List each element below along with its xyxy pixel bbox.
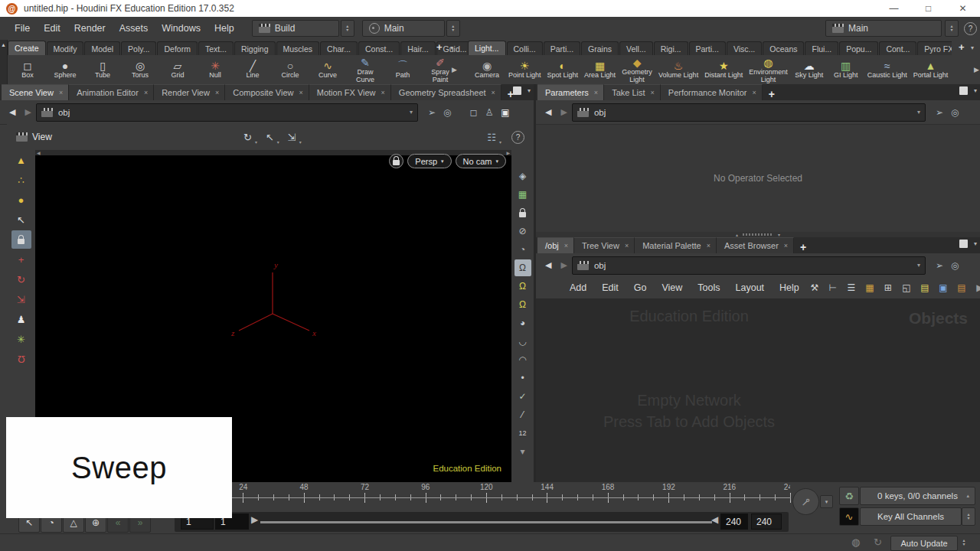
shelf-tab[interactable]: Deform bbox=[157, 41, 197, 55]
viewport-tool-button[interactable]: + bbox=[11, 250, 31, 269]
pane-menu-icon[interactable]: ▾ bbox=[528, 87, 531, 94]
pane-menu-icon[interactable]: ▾ bbox=[974, 87, 977, 94]
shelf-tool[interactable]: ◆ Geometry Light bbox=[619, 55, 655, 84]
menu-item[interactable]: Assets bbox=[113, 23, 155, 34]
display-toggle-button[interactable]: ◔ bbox=[514, 241, 531, 258]
range-slider-track[interactable] bbox=[260, 521, 712, 523]
view-pane-icon[interactable] bbox=[16, 132, 28, 142]
desktop-combo[interactable]: Build bbox=[252, 20, 339, 37]
shelf-tab[interactable]: Rigging bbox=[234, 41, 276, 55]
network-menu-item[interactable]: Go bbox=[626, 282, 655, 293]
window-control-button[interactable]: □ bbox=[911, 0, 946, 17]
edge-up-icon[interactable]: ▲ bbox=[1, 42, 6, 47]
shelf-tool[interactable]: ☁ Sky Light bbox=[792, 55, 827, 84]
shelf-tool[interactable]: ▥ GI Light bbox=[828, 55, 864, 84]
nav-forward-icon[interactable]: ▶ bbox=[556, 107, 571, 117]
close-tab-icon[interactable]: × bbox=[144, 89, 148, 96]
splitter-up-icon[interactable]: ▴ bbox=[736, 232, 738, 237]
network-toolbar-icon[interactable]: ◱ bbox=[899, 281, 914, 295]
viewport-tool-button[interactable]: ✳ bbox=[11, 330, 31, 348]
shelf-tool[interactable]: ▲ Portal Light bbox=[911, 55, 951, 84]
help-button[interactable]: ? bbox=[964, 22, 977, 35]
viewport-tool-button[interactable]: ⇲ bbox=[11, 290, 31, 308]
combo-arrow-icon[interactable]: ▾ bbox=[917, 109, 920, 116]
pane-tab[interactable]: Asset Browser × bbox=[717, 237, 794, 253]
network-toolbar-icon[interactable]: ▣ bbox=[936, 281, 951, 295]
shelf-tab[interactable]: Create bbox=[8, 41, 46, 55]
close-tab-icon[interactable]: × bbox=[215, 89, 219, 96]
shelf-tool[interactable]: ◻ Box bbox=[9, 55, 46, 84]
close-tab-icon[interactable]: × bbox=[651, 89, 655, 96]
shelf-scroll-right-icon2[interactable]: ▶ bbox=[972, 66, 980, 73]
network-toolbar-icon[interactable]: ☰ bbox=[844, 281, 859, 295]
network-canvas[interactable]: Education Edition Objects Empty Network … bbox=[536, 298, 980, 482]
follow-target-icon[interactable]: ◎ bbox=[947, 107, 962, 118]
shelf-tool[interactable]: ╱ Line bbox=[234, 55, 271, 84]
shelf-tool[interactable]: ○ Circle bbox=[272, 55, 309, 84]
window-control-button[interactable]: ✕ bbox=[946, 0, 980, 17]
recook-icon[interactable]: ↻ bbox=[874, 536, 882, 548]
shelf-add-tab-button-right[interactable]: + bbox=[955, 41, 969, 53]
network-toolbar-icon[interactable]: ⊢ bbox=[825, 281, 841, 295]
close-tab-icon[interactable]: × bbox=[492, 89, 495, 96]
pane-tab[interactable]: Composite View × bbox=[225, 84, 309, 100]
nav-forward-icon[interactable]: ▶ bbox=[20, 107, 35, 117]
character-picker-icon[interactable]: ♙ bbox=[481, 107, 497, 118]
display-toggle-button[interactable]: ⊘ bbox=[514, 223, 531, 240]
combo-arrow-icon[interactable]: ▾ bbox=[917, 262, 920, 269]
key-options-button[interactable]: ▾ bbox=[820, 495, 833, 508]
close-tab-icon[interactable]: × bbox=[59, 89, 63, 96]
shelf-tool[interactable]: ∿ Curve bbox=[309, 55, 346, 84]
network-menu-item[interactable]: Help bbox=[772, 282, 807, 293]
viewport-header-tool-icon[interactable]: ↻▾ bbox=[237, 132, 259, 143]
horizontal-splitter[interactable]: ▴ ▾ bbox=[536, 232, 980, 237]
shelf-tool[interactable]: ✎ Draw Curve bbox=[347, 55, 384, 84]
display-toggle-button[interactable]: ▾ bbox=[514, 443, 531, 460]
shelf-menu-button[interactable]: ▾ bbox=[448, 44, 456, 51]
viewport-header-tool-icon[interactable]: ↖▾ bbox=[259, 132, 281, 143]
shelf-tool[interactable]: ▱ Grid bbox=[159, 55, 196, 84]
keys-summary-button[interactable]: 0 keys, 0/0 channels ▴ bbox=[860, 487, 975, 505]
desktop-combo-spinner[interactable]: ▴▾ bbox=[341, 20, 354, 37]
splitter-grip[interactable] bbox=[743, 233, 773, 236]
nav-forward-icon[interactable]: ▶ bbox=[556, 260, 571, 270]
shelf-tool[interactable]: ◎ Torus bbox=[122, 55, 158, 84]
shelf-tab[interactable]: Visc... bbox=[727, 41, 762, 55]
shelf-tab[interactable]: Flui... bbox=[805, 41, 838, 55]
radial-menu-combo[interactable]: Main bbox=[362, 20, 445, 37]
close-tab-icon[interactable]: × bbox=[753, 89, 756, 96]
pane-tab[interactable]: Performance Monitor × bbox=[661, 84, 763, 100]
close-tab-icon[interactable]: × bbox=[299, 89, 302, 96]
radial-combo-spinner[interactable]: ▴▾ bbox=[446, 20, 460, 37]
lock-camera-pill[interactable] bbox=[389, 154, 403, 168]
display-toggle-button[interactable]: Ω bbox=[514, 296, 531, 313]
viewport-tool-button[interactable]: ↻ bbox=[11, 270, 31, 289]
network-toolbar-icon[interactable]: ▤ bbox=[954, 281, 969, 295]
window-control-button[interactable]: — bbox=[877, 0, 911, 17]
pin-icon[interactable]: ➢ bbox=[932, 107, 947, 118]
close-tab-icon[interactable]: × bbox=[707, 242, 710, 249]
shelf-tab[interactable]: Poly... bbox=[121, 41, 156, 55]
scene-path-combo[interactable]: obj ▾ bbox=[36, 103, 418, 122]
shelf-tab[interactable]: Grains bbox=[581, 41, 619, 55]
shelf-tab[interactable]: Char... bbox=[320, 41, 358, 55]
follow-target-icon[interactable]: ◎ bbox=[439, 107, 455, 118]
viewport-tool-button[interactable]: ● bbox=[11, 191, 31, 209]
camera-pill[interactable]: No cam ▾ bbox=[456, 154, 506, 168]
pane-tab[interactable]: Geometry Spreadsheet × bbox=[391, 84, 501, 100]
scroll-left-icon[interactable]: ◀ bbox=[35, 150, 42, 155]
display-toggle-button[interactable]: ⁄ bbox=[514, 406, 531, 423]
display-toggle-button[interactable]: 12 bbox=[514, 425, 531, 442]
shelf-tool[interactable]: ◐ Spot Light bbox=[545, 55, 581, 84]
shelf-tab[interactable]: Model bbox=[84, 41, 120, 55]
key-mode-button[interactable]: Key All Channels bbox=[860, 507, 962, 526]
menu-item[interactable]: Help bbox=[207, 23, 241, 34]
pane-tab[interactable]: Scene View × bbox=[2, 84, 69, 100]
splitter-down-icon[interactable]: ▾ bbox=[778, 232, 780, 237]
pane-tab[interactable]: Animation Editor × bbox=[69, 84, 154, 100]
viewport-tool-button[interactable]: ♟ bbox=[11, 310, 31, 328]
network-toolbar-icon[interactable]: ▤ bbox=[917, 281, 933, 295]
memory-usage-icon[interactable]: ◍ bbox=[851, 536, 860, 548]
menu-item[interactable]: File bbox=[8, 23, 37, 34]
shelf-tab[interactable]: Popu... bbox=[839, 41, 878, 55]
